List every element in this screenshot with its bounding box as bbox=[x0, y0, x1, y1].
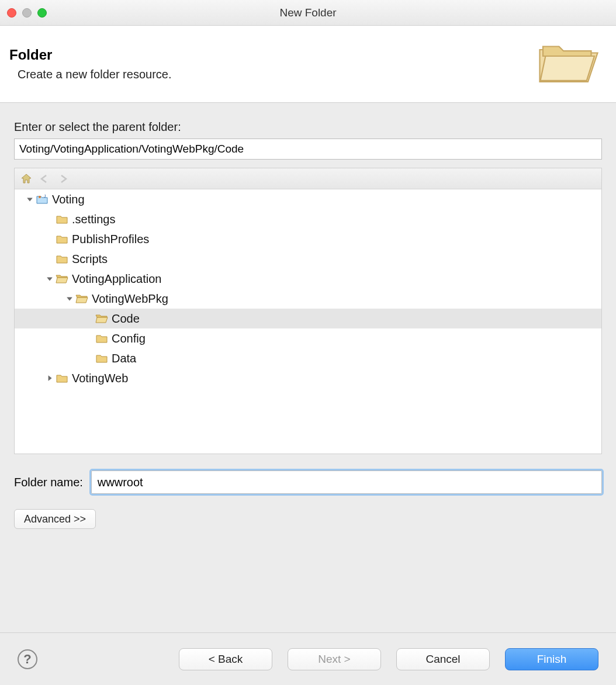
banner-heading: Folder bbox=[9, 47, 171, 63]
svg-text:J: J bbox=[44, 194, 46, 198]
tree-row[interactable]: .settings bbox=[15, 209, 601, 229]
help-icon[interactable]: ? bbox=[18, 649, 37, 669]
folder-open-icon bbox=[537, 36, 601, 92]
folder-icon bbox=[95, 332, 108, 345]
advanced-button[interactable]: Advanced >> bbox=[14, 509, 96, 529]
tree-row[interactable]: JVoting bbox=[15, 189, 601, 209]
tree-item-label: Config bbox=[112, 332, 146, 345]
folder-icon bbox=[56, 213, 68, 226]
tree-item-label: VotingApplication bbox=[72, 272, 161, 286]
folder-icon bbox=[95, 352, 108, 365]
chevron-down-icon[interactable] bbox=[45, 274, 54, 283]
chevron-right-icon bbox=[45, 234, 54, 244]
tree-row[interactable]: VotingWebPkg bbox=[15, 289, 601, 309]
tree-row[interactable]: Config bbox=[15, 328, 601, 348]
tree-item-label: VotingWeb bbox=[72, 372, 128, 385]
wizard-footer: ? < Back Next > Cancel Finish bbox=[0, 632, 616, 685]
tree-toolbar bbox=[15, 168, 601, 189]
chevron-down-icon[interactable] bbox=[25, 195, 34, 204]
tree-item-label: Code bbox=[112, 312, 140, 326]
tree-row[interactable]: VotingApplication bbox=[15, 269, 601, 289]
home-icon[interactable] bbox=[19, 172, 33, 186]
parent-folder-input[interactable] bbox=[14, 139, 602, 160]
tree-row[interactable]: Code bbox=[15, 309, 601, 328]
next-button: Next > bbox=[288, 648, 381, 670]
tree-row[interactable]: Scripts bbox=[15, 249, 601, 269]
folder-open-icon bbox=[56, 272, 68, 285]
folder-open-icon bbox=[95, 312, 108, 325]
svg-point-0 bbox=[39, 196, 41, 198]
folder-icon bbox=[56, 233, 68, 245]
chevron-down-icon[interactable] bbox=[65, 294, 74, 303]
tree-row[interactable]: Data bbox=[15, 348, 601, 368]
folder-tree[interactable]: JVoting.settingsPublishProfilesScriptsVo… bbox=[15, 189, 601, 454]
folder-tree-panel: JVoting.settingsPublishProfilesScriptsVo… bbox=[14, 168, 602, 454]
chevron-right-icon bbox=[85, 334, 94, 343]
wizard-body: Enter or select the parent folder: JVoti… bbox=[0, 103, 616, 535]
chevron-right-icon bbox=[45, 215, 54, 224]
tree-item-label: Scripts bbox=[72, 252, 108, 266]
chevron-right-icon bbox=[45, 254, 54, 264]
tree-item-label: Data bbox=[112, 352, 136, 365]
folder-icon bbox=[56, 372, 68, 385]
tree-item-label: VotingWebPkg bbox=[92, 292, 168, 306]
folder-icon bbox=[56, 252, 68, 265]
folder-name-input[interactable] bbox=[91, 470, 602, 494]
tree-item-label: .settings bbox=[72, 213, 115, 226]
chevron-right-icon bbox=[85, 314, 94, 323]
project-icon: J bbox=[36, 193, 49, 206]
finish-button[interactable]: Finish bbox=[505, 648, 598, 670]
nav-forward-icon[interactable] bbox=[57, 172, 71, 186]
tree-row[interactable]: PublishProfiles bbox=[15, 229, 601, 249]
chevron-right-icon bbox=[85, 354, 94, 363]
parent-folder-label: Enter or select the parent folder: bbox=[14, 120, 602, 134]
cancel-button[interactable]: Cancel bbox=[396, 648, 490, 670]
tree-row[interactable]: VotingWeb bbox=[15, 368, 601, 388]
chevron-right-icon[interactable] bbox=[45, 373, 54, 383]
back-button[interactable]: < Back bbox=[179, 648, 272, 670]
nav-back-icon[interactable] bbox=[38, 172, 52, 186]
banner-subheading: Create a new folder resource. bbox=[18, 68, 171, 81]
folder-name-label: Folder name: bbox=[14, 476, 83, 489]
wizard-banner: Folder Create a new folder resource. bbox=[0, 26, 616, 103]
folder-open-icon bbox=[75, 292, 88, 305]
titlebar: New Folder bbox=[0, 0, 616, 26]
tree-item-label: PublishProfiles bbox=[72, 233, 149, 246]
window-title: New Folder bbox=[0, 6, 616, 19]
tree-item-label: Voting bbox=[52, 193, 85, 206]
